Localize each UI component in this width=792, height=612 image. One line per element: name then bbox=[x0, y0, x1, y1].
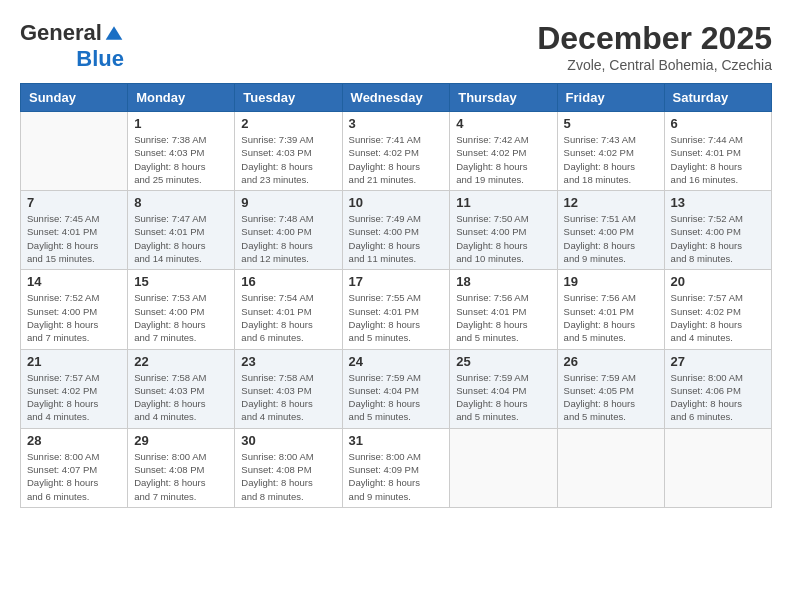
calendar-cell: 20Sunrise: 7:57 AM Sunset: 4:02 PM Dayli… bbox=[664, 270, 771, 349]
calendar-cell: 11Sunrise: 7:50 AM Sunset: 4:00 PM Dayli… bbox=[450, 191, 557, 270]
day-info: Sunrise: 7:56 AM Sunset: 4:01 PM Dayligh… bbox=[456, 291, 550, 344]
calendar-cell: 19Sunrise: 7:56 AM Sunset: 4:01 PM Dayli… bbox=[557, 270, 664, 349]
day-number: 8 bbox=[134, 195, 228, 210]
calendar-cell: 24Sunrise: 7:59 AM Sunset: 4:04 PM Dayli… bbox=[342, 349, 450, 428]
day-info: Sunrise: 7:59 AM Sunset: 4:04 PM Dayligh… bbox=[349, 371, 444, 424]
weekday-header: Saturday bbox=[664, 84, 771, 112]
svg-marker-0 bbox=[106, 27, 123, 40]
calendar-cell: 30Sunrise: 8:00 AM Sunset: 4:08 PM Dayli… bbox=[235, 428, 342, 507]
day-info: Sunrise: 7:52 AM Sunset: 4:00 PM Dayligh… bbox=[27, 291, 121, 344]
day-number: 26 bbox=[564, 354, 658, 369]
day-info: Sunrise: 7:59 AM Sunset: 4:04 PM Dayligh… bbox=[456, 371, 550, 424]
calendar-cell bbox=[21, 112, 128, 191]
calendar-cell: 26Sunrise: 7:59 AM Sunset: 4:05 PM Dayli… bbox=[557, 349, 664, 428]
day-info: Sunrise: 8:00 AM Sunset: 4:08 PM Dayligh… bbox=[134, 450, 228, 503]
calendar-cell: 14Sunrise: 7:52 AM Sunset: 4:00 PM Dayli… bbox=[21, 270, 128, 349]
weekday-header-row: SundayMondayTuesdayWednesdayThursdayFrid… bbox=[21, 84, 772, 112]
calendar-cell: 3Sunrise: 7:41 AM Sunset: 4:02 PM Daylig… bbox=[342, 112, 450, 191]
calendar-cell: 22Sunrise: 7:58 AM Sunset: 4:03 PM Dayli… bbox=[128, 349, 235, 428]
calendar-cell: 18Sunrise: 7:56 AM Sunset: 4:01 PM Dayli… bbox=[450, 270, 557, 349]
calendar-cell: 23Sunrise: 7:58 AM Sunset: 4:03 PM Dayli… bbox=[235, 349, 342, 428]
weekday-header: Wednesday bbox=[342, 84, 450, 112]
day-info: Sunrise: 7:39 AM Sunset: 4:03 PM Dayligh… bbox=[241, 133, 335, 186]
month-title: December 2025 bbox=[537, 20, 772, 57]
day-info: Sunrise: 8:00 AM Sunset: 4:08 PM Dayligh… bbox=[241, 450, 335, 503]
day-info: Sunrise: 7:43 AM Sunset: 4:02 PM Dayligh… bbox=[564, 133, 658, 186]
day-number: 3 bbox=[349, 116, 444, 131]
day-number: 27 bbox=[671, 354, 765, 369]
logo: General Blue bbox=[20, 20, 124, 73]
calendar-cell: 25Sunrise: 7:59 AM Sunset: 4:04 PM Dayli… bbox=[450, 349, 557, 428]
day-info: Sunrise: 7:50 AM Sunset: 4:00 PM Dayligh… bbox=[456, 212, 550, 265]
day-info: Sunrise: 7:47 AM Sunset: 4:01 PM Dayligh… bbox=[134, 212, 228, 265]
day-number: 29 bbox=[134, 433, 228, 448]
calendar-cell bbox=[664, 428, 771, 507]
calendar-cell: 2Sunrise: 7:39 AM Sunset: 4:03 PM Daylig… bbox=[235, 112, 342, 191]
day-info: Sunrise: 7:57 AM Sunset: 4:02 PM Dayligh… bbox=[27, 371, 121, 424]
day-number: 30 bbox=[241, 433, 335, 448]
calendar-week-row: 21Sunrise: 7:57 AM Sunset: 4:02 PM Dayli… bbox=[21, 349, 772, 428]
day-number: 22 bbox=[134, 354, 228, 369]
calendar-cell: 29Sunrise: 8:00 AM Sunset: 4:08 PM Dayli… bbox=[128, 428, 235, 507]
day-info: Sunrise: 7:53 AM Sunset: 4:00 PM Dayligh… bbox=[134, 291, 228, 344]
day-number: 21 bbox=[27, 354, 121, 369]
calendar-cell: 1Sunrise: 7:38 AM Sunset: 4:03 PM Daylig… bbox=[128, 112, 235, 191]
calendar-cell: 7Sunrise: 7:45 AM Sunset: 4:01 PM Daylig… bbox=[21, 191, 128, 270]
day-info: Sunrise: 7:52 AM Sunset: 4:00 PM Dayligh… bbox=[671, 212, 765, 265]
day-info: Sunrise: 7:58 AM Sunset: 4:03 PM Dayligh… bbox=[241, 371, 335, 424]
day-number: 18 bbox=[456, 274, 550, 289]
calendar-cell: 13Sunrise: 7:52 AM Sunset: 4:00 PM Dayli… bbox=[664, 191, 771, 270]
title-section: December 2025 Zvole, Central Bohemia, Cz… bbox=[537, 20, 772, 73]
day-info: Sunrise: 7:57 AM Sunset: 4:02 PM Dayligh… bbox=[671, 291, 765, 344]
day-info: Sunrise: 8:00 AM Sunset: 4:09 PM Dayligh… bbox=[349, 450, 444, 503]
calendar-cell bbox=[450, 428, 557, 507]
calendar-cell: 27Sunrise: 8:00 AM Sunset: 4:06 PM Dayli… bbox=[664, 349, 771, 428]
calendar-week-row: 14Sunrise: 7:52 AM Sunset: 4:00 PM Dayli… bbox=[21, 270, 772, 349]
calendar-cell: 9Sunrise: 7:48 AM Sunset: 4:00 PM Daylig… bbox=[235, 191, 342, 270]
logo-blue: Blue bbox=[76, 46, 124, 72]
day-info: Sunrise: 7:59 AM Sunset: 4:05 PM Dayligh… bbox=[564, 371, 658, 424]
logo-general: General bbox=[20, 20, 102, 46]
calendar-week-row: 7Sunrise: 7:45 AM Sunset: 4:01 PM Daylig… bbox=[21, 191, 772, 270]
day-number: 17 bbox=[349, 274, 444, 289]
weekday-header: Friday bbox=[557, 84, 664, 112]
calendar-table: SundayMondayTuesdayWednesdayThursdayFrid… bbox=[20, 83, 772, 508]
day-info: Sunrise: 7:41 AM Sunset: 4:02 PM Dayligh… bbox=[349, 133, 444, 186]
calendar-cell: 12Sunrise: 7:51 AM Sunset: 4:00 PM Dayli… bbox=[557, 191, 664, 270]
calendar-cell: 8Sunrise: 7:47 AM Sunset: 4:01 PM Daylig… bbox=[128, 191, 235, 270]
day-info: Sunrise: 7:42 AM Sunset: 4:02 PM Dayligh… bbox=[456, 133, 550, 186]
day-info: Sunrise: 7:56 AM Sunset: 4:01 PM Dayligh… bbox=[564, 291, 658, 344]
calendar-week-row: 1Sunrise: 7:38 AM Sunset: 4:03 PM Daylig… bbox=[21, 112, 772, 191]
day-number: 31 bbox=[349, 433, 444, 448]
calendar-cell: 10Sunrise: 7:49 AM Sunset: 4:00 PM Dayli… bbox=[342, 191, 450, 270]
day-info: Sunrise: 7:45 AM Sunset: 4:01 PM Dayligh… bbox=[27, 212, 121, 265]
day-info: Sunrise: 7:54 AM Sunset: 4:01 PM Dayligh… bbox=[241, 291, 335, 344]
day-number: 9 bbox=[241, 195, 335, 210]
day-info: Sunrise: 7:51 AM Sunset: 4:00 PM Dayligh… bbox=[564, 212, 658, 265]
day-number: 10 bbox=[349, 195, 444, 210]
weekday-header: Tuesday bbox=[235, 84, 342, 112]
day-number: 6 bbox=[671, 116, 765, 131]
day-number: 11 bbox=[456, 195, 550, 210]
day-info: Sunrise: 7:55 AM Sunset: 4:01 PM Dayligh… bbox=[349, 291, 444, 344]
day-number: 7 bbox=[27, 195, 121, 210]
weekday-header: Sunday bbox=[21, 84, 128, 112]
day-number: 16 bbox=[241, 274, 335, 289]
calendar-cell: 28Sunrise: 8:00 AM Sunset: 4:07 PM Dayli… bbox=[21, 428, 128, 507]
day-info: Sunrise: 8:00 AM Sunset: 4:06 PM Dayligh… bbox=[671, 371, 765, 424]
calendar-cell: 16Sunrise: 7:54 AM Sunset: 4:01 PM Dayli… bbox=[235, 270, 342, 349]
day-info: Sunrise: 8:00 AM Sunset: 4:07 PM Dayligh… bbox=[27, 450, 121, 503]
day-number: 5 bbox=[564, 116, 658, 131]
day-number: 20 bbox=[671, 274, 765, 289]
day-number: 4 bbox=[456, 116, 550, 131]
location: Zvole, Central Bohemia, Czechia bbox=[537, 57, 772, 73]
day-number: 13 bbox=[671, 195, 765, 210]
day-info: Sunrise: 7:38 AM Sunset: 4:03 PM Dayligh… bbox=[134, 133, 228, 186]
calendar-cell: 5Sunrise: 7:43 AM Sunset: 4:02 PM Daylig… bbox=[557, 112, 664, 191]
day-number: 28 bbox=[27, 433, 121, 448]
day-number: 19 bbox=[564, 274, 658, 289]
day-info: Sunrise: 7:48 AM Sunset: 4:00 PM Dayligh… bbox=[241, 212, 335, 265]
calendar-cell bbox=[557, 428, 664, 507]
calendar-cell: 21Sunrise: 7:57 AM Sunset: 4:02 PM Dayli… bbox=[21, 349, 128, 428]
calendar-cell: 17Sunrise: 7:55 AM Sunset: 4:01 PM Dayli… bbox=[342, 270, 450, 349]
